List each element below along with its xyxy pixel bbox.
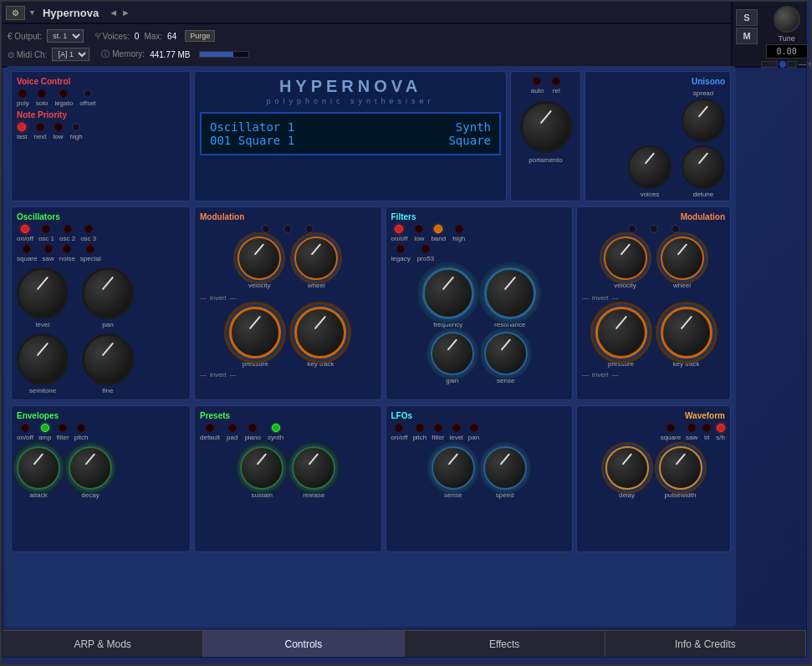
low-led[interactable] <box>54 123 63 131</box>
nav-left-button[interactable]: ◄ <box>109 8 118 18</box>
filter-band-led[interactable] <box>434 225 442 233</box>
filter-legacy-led[interactable] <box>396 245 405 253</box>
osc-velocity-knob[interactable] <box>237 236 281 280</box>
filter-mod-press-keytrack-row: pressure key track <box>582 307 725 368</box>
lfo-pan-led[interactable] <box>470 424 478 432</box>
filter-velocity-knob[interactable] <box>604 236 647 280</box>
frequency-label: frequency <box>433 321 462 328</box>
high-led[interactable] <box>72 123 80 131</box>
wave-tri-led[interactable] <box>702 424 711 432</box>
osc-onoff-led[interactable] <box>21 225 29 233</box>
tab-effects[interactable]: Effects <box>405 631 605 657</box>
last-led[interactable] <box>18 123 26 131</box>
delay-label: delay <box>619 491 635 499</box>
tab-controls[interactable]: Controls <box>203 631 404 657</box>
lfo-sense-knob[interactable] <box>432 446 475 490</box>
special-led[interactable] <box>86 245 94 253</box>
preset-piano-led[interactable] <box>248 424 257 432</box>
osc1-led[interactable] <box>42 225 50 233</box>
preset-default-led[interactable] <box>206 424 214 432</box>
info-row-1: € Output: st. 1 ⁰⁄ Voices: 0 Max: 64 Pur… <box>8 27 801 45</box>
purge-button[interactable]: Purge <box>185 30 215 42</box>
lfo-level-led[interactable] <box>452 424 461 432</box>
wave-sh-led[interactable] <box>717 424 725 432</box>
preset-synth-led[interactable] <box>272 424 280 432</box>
attack-knob[interactable] <box>17 446 60 490</box>
osc-keytrack-knob[interactable] <box>294 307 346 358</box>
solo-led[interactable] <box>38 89 46 98</box>
filter-high-led[interactable] <box>455 225 463 233</box>
osc-mod-dot2[interactable] <box>283 225 292 233</box>
osc-mod-dot3[interactable] <box>305 225 314 233</box>
delay-knob[interactable] <box>605 446 649 490</box>
saw-led[interactable] <box>44 245 53 253</box>
env-pitch-label: pitch <box>74 434 89 441</box>
osc-pressure-knob[interactable] <box>229 307 281 358</box>
wave-saw-led[interactable] <box>687 424 696 432</box>
filter-mod-dot1[interactable] <box>628 225 636 233</box>
env-onoff-led[interactable] <box>21 424 29 432</box>
filter-mod-dot3[interactable] <box>672 225 680 233</box>
env-amp-led[interactable] <box>41 424 49 432</box>
env-top-row: on/off amp filter pitch <box>17 424 185 441</box>
osc-mod-dot1[interactable] <box>262 225 270 233</box>
preset-pad-led[interactable] <box>228 424 237 432</box>
decay-knob[interactable] <box>69 446 112 490</box>
portamento-knob[interactable] <box>520 101 572 153</box>
pan-knob[interactable] <box>82 267 134 319</box>
osc-wheel-knob[interactable] <box>294 236 338 280</box>
preset-dropdown-arrow[interactable]: ▼ <box>28 8 36 17</box>
instrument-icon-button[interactable]: ⚙ <box>6 6 25 20</box>
fine-knob[interactable] <box>82 333 134 385</box>
lfo-onoff-led[interactable] <box>395 424 403 432</box>
osc2-led[interactable] <box>64 225 72 233</box>
resonance-knob[interactable] <box>484 267 536 319</box>
detune-knob[interactable] <box>682 145 725 189</box>
square-led[interactable] <box>23 245 31 253</box>
midi-select[interactable]: [A] 1 <box>52 48 89 61</box>
pan-col: pan <box>82 267 134 328</box>
presets-knobs-row: sustain release <box>200 446 376 499</box>
filter-low-led[interactable] <box>415 225 423 233</box>
filters-title: Filters <box>391 212 568 221</box>
wave-square-led[interactable] <box>666 424 675 432</box>
semitone-knob[interactable] <box>17 333 69 385</box>
release-knob[interactable] <box>292 446 335 490</box>
filter-keytrack-knob[interactable] <box>661 307 712 358</box>
s-button[interactable]: S <box>736 9 758 26</box>
m-button[interactable]: M <box>736 28 758 44</box>
lfo-filter-led[interactable] <box>434 424 442 432</box>
tune-knob[interactable] <box>774 6 800 33</box>
output-select[interactable]: st. 1 <box>47 29 84 43</box>
next-led[interactable] <box>36 123 44 131</box>
filter-onoff-led[interactable] <box>395 225 403 233</box>
filter-pro53-led[interactable] <box>421 245 430 253</box>
auto-led[interactable] <box>533 77 541 85</box>
filter-mod-dot2[interactable] <box>650 225 658 233</box>
gain-knob[interactable] <box>431 332 474 375</box>
lfo-speed-knob[interactable] <box>483 446 527 490</box>
memory-value: 441.77 MB <box>150 50 190 59</box>
osc3-led[interactable] <box>84 225 93 233</box>
nav-right-button[interactable]: ► <box>121 8 130 18</box>
noise-led[interactable] <box>63 245 71 253</box>
display-line2: 001 Square 1 Square <box>210 134 491 147</box>
voices-knob[interactable] <box>628 145 672 189</box>
rel-led[interactable] <box>552 77 560 85</box>
tab-info-credits[interactable]: Info & Credits <box>605 631 806 657</box>
offset-led[interactable] <box>84 89 92 98</box>
sustain-knob[interactable] <box>240 446 283 490</box>
spread-knob[interactable] <box>682 99 725 142</box>
tab-arp-mods[interactable]: ARP & Mods <box>3 631 203 657</box>
level-knob[interactable] <box>17 267 69 319</box>
poly-led[interactable] <box>18 89 27 98</box>
pulsewidth-knob[interactable] <box>659 446 702 490</box>
filter-pressure-knob[interactable] <box>595 307 647 358</box>
env-filter-led[interactable] <box>59 424 67 432</box>
env-pitch-led[interactable] <box>77 424 85 432</box>
filter-wheel-knob[interactable] <box>661 236 704 280</box>
frequency-knob[interactable] <box>422 267 474 319</box>
sense-knob[interactable] <box>484 332 528 375</box>
lfo-pitch-led[interactable] <box>416 424 424 432</box>
legato-led[interactable] <box>59 89 68 98</box>
